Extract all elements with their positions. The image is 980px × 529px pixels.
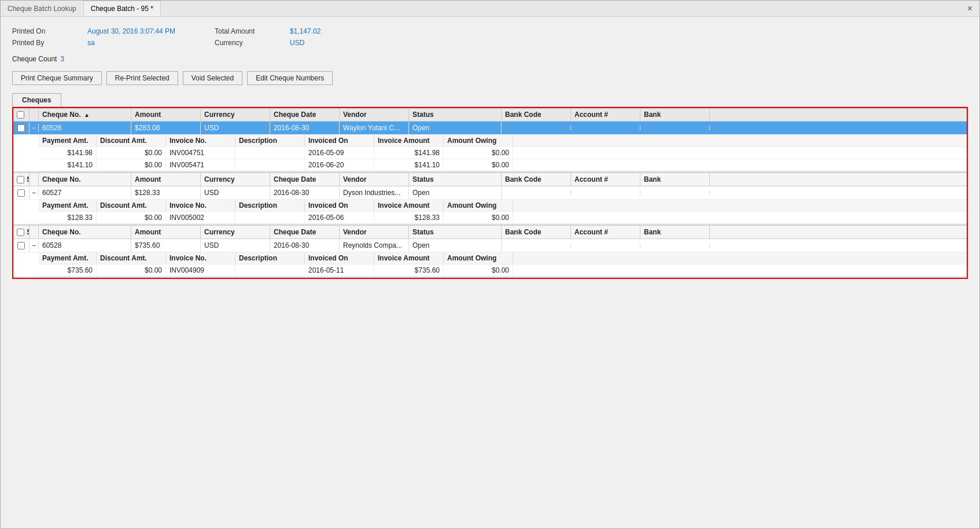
cheque-select-cell bbox=[13, 240, 30, 252]
amount-cell: $283.08 bbox=[131, 122, 201, 134]
cheque-count-row: Cheque Count 3 bbox=[12, 55, 968, 63]
cheque-date-cell: 2016-08-30 bbox=[270, 186, 340, 199]
header-cheque-no: Cheque No. ▲ bbox=[39, 108, 131, 121]
detail-data-cell: $0.00 bbox=[444, 147, 513, 159]
cheque-row: −60526$283.08USD2016-08-30Waylon Yutani … bbox=[13, 122, 967, 172]
currency-cell: USD bbox=[201, 239, 270, 252]
sub-header-cell: Bank Code bbox=[502, 173, 571, 186]
detail-header-row: Payment Amt.Discount Amt.Invoice No.Desc… bbox=[39, 200, 967, 212]
sub-header-cell: Bank bbox=[640, 173, 710, 186]
detail-data-cell: $141.98 bbox=[39, 147, 97, 159]
sub-header-cell: Select bbox=[13, 173, 30, 186]
print-cheque-summary-button[interactable]: Print Cheque Summary bbox=[12, 71, 102, 85]
cheque-count-value: 3 bbox=[60, 55, 64, 63]
detail-header-cell: Invoice No. bbox=[166, 252, 235, 264]
detail-area: Payment Amt.Discount Amt.Invoice No.Desc… bbox=[13, 200, 967, 225]
sub-header-cell: Amount bbox=[131, 173, 201, 186]
sub-header-cell: Bank bbox=[640, 226, 710, 238]
detail-data-cell: 2016-05-09 bbox=[305, 147, 374, 159]
sub-select-checkbox[interactable] bbox=[17, 176, 24, 183]
tab-cheque-batch-95[interactable]: Cheque Batch - 95 * bbox=[84, 1, 161, 16]
sub-header-cell: Cheque Date bbox=[270, 173, 340, 186]
sub-header-cell: Cheque Date bbox=[270, 226, 340, 238]
minus-icon: − bbox=[32, 124, 36, 132]
cheque-date-cell: 2016-08-30 bbox=[270, 239, 340, 252]
detail-data-cell: $141.98 bbox=[374, 147, 444, 159]
detail-data-row: $735.60$0.00INV0049092016-05-11$735.60$0… bbox=[39, 264, 967, 277]
cheque-main-row[interactable]: −60528$735.60USD2016-08-30Reynolds Compa… bbox=[13, 239, 967, 252]
cheque-row: −60527$128.33USD2016-08-30Dyson Industri… bbox=[13, 186, 967, 225]
toolbar: Print Cheque Summary Re-Print Selected V… bbox=[12, 71, 968, 85]
detail-header-cell: Payment Amt. bbox=[39, 135, 97, 146]
total-amount-value: $1,147.02 bbox=[290, 27, 377, 35]
main-window: Cheque Batch Lookup Cheque Batch - 95 * … bbox=[0, 0, 980, 529]
sub-header-cell: Cheque No. bbox=[39, 173, 131, 186]
status-cell: Open bbox=[409, 239, 502, 252]
bank-cell bbox=[640, 243, 710, 248]
tab-bar: Cheques bbox=[12, 93, 968, 107]
printed-by-value: sa bbox=[87, 39, 215, 47]
amount-cell: $735.60 bbox=[131, 239, 201, 252]
detail-header-row: Payment Amt.Discount Amt.Invoice No.Desc… bbox=[39, 135, 967, 147]
detail-area: Payment Amt.Discount Amt.Invoice No.Desc… bbox=[13, 252, 967, 277]
edit-cheque-numbers-button[interactable]: Edit Cheque Numbers bbox=[247, 71, 333, 85]
sub-header-cell: Amount bbox=[131, 226, 201, 238]
void-selected-button[interactable]: Void Selected bbox=[183, 71, 242, 85]
sub-header-cell: Cheque No. bbox=[39, 226, 131, 238]
sub-header-cell: Vendor bbox=[340, 226, 409, 238]
sub-select-checkbox[interactable] bbox=[17, 229, 24, 236]
title-bar: Cheque Batch Lookup Cheque Batch - 95 * … bbox=[1, 1, 979, 17]
sub-header-cell bbox=[30, 173, 39, 186]
detail-data-cell bbox=[235, 264, 305, 276]
status-cell: Open bbox=[409, 122, 502, 134]
account-num-cell bbox=[571, 243, 640, 248]
re-print-selected-button[interactable]: Re-Print Selected bbox=[106, 71, 178, 85]
account-num-cell bbox=[571, 126, 640, 130]
detail-data-cell: $735.60 bbox=[39, 264, 97, 276]
cheque-main-row[interactable]: −60526$283.08USD2016-08-30Waylon Yutani … bbox=[13, 122, 967, 135]
bank-code-cell bbox=[502, 190, 571, 195]
detail-header-cell: Description bbox=[235, 200, 305, 211]
detail-data-cell bbox=[235, 212, 305, 223]
header-cheque-date: Cheque Date bbox=[270, 108, 340, 121]
sub-header-cell: Vendor bbox=[340, 173, 409, 186]
tab-cheque-batch-lookup[interactable]: Cheque Batch Lookup bbox=[1, 1, 84, 16]
select-all-checkbox[interactable] bbox=[17, 111, 24, 119]
detail-header-cell: Discount Amt. bbox=[97, 200, 166, 211]
detail-header-cell: Description bbox=[235, 135, 305, 146]
detail-header-cell: Invoice Amount bbox=[374, 135, 444, 146]
detail-data-row: $141.10$0.00INV0054712016-06-20$141.10$0… bbox=[39, 159, 967, 171]
cheque-main-row[interactable]: −60527$128.33USD2016-08-30Dyson Industri… bbox=[13, 186, 967, 200]
sub-header-cell: Status bbox=[409, 226, 502, 238]
detail-header-cell: Invoiced On bbox=[305, 135, 374, 146]
detail-header-row: Payment Amt.Discount Amt.Invoice No.Desc… bbox=[39, 252, 967, 264]
detail-header-cell: Payment Amt. bbox=[39, 200, 97, 211]
detail-header-cell: Discount Amt. bbox=[97, 252, 166, 264]
expand-collapse-cell[interactable]: − bbox=[30, 124, 39, 132]
detail-data-cell: $0.00 bbox=[444, 159, 513, 171]
cheque-checkbox[interactable] bbox=[17, 189, 25, 197]
content-area: Printed On August 30, 2016 3:07:44 PM To… bbox=[1, 17, 979, 289]
expand-collapse-cell[interactable]: − bbox=[30, 241, 39, 249]
expand-collapse-cell[interactable]: − bbox=[30, 189, 39, 197]
bank-code-cell bbox=[502, 243, 571, 248]
sub-header-cell: Bank Code bbox=[502, 226, 571, 238]
cheque-select-cell bbox=[13, 187, 30, 199]
detail-data-cell: INV005471 bbox=[166, 159, 235, 171]
close-button[interactable]: × bbox=[960, 1, 979, 16]
minus-icon: − bbox=[32, 241, 36, 249]
detail-data-cell bbox=[235, 159, 305, 171]
detail-header-cell: Invoice Amount bbox=[374, 200, 444, 211]
printed-by-label: Printed By bbox=[12, 39, 87, 47]
detail-header-cell: Invoiced On bbox=[305, 252, 374, 264]
cheque-checkbox[interactable] bbox=[17, 242, 25, 249]
detail-data-cell: 2016-05-11 bbox=[305, 264, 374, 276]
detail-data-cell: $0.00 bbox=[97, 212, 166, 223]
currency-cell: USD bbox=[201, 186, 270, 199]
cheque-checkbox[interactable] bbox=[17, 124, 25, 132]
detail-data-cell: $0.00 bbox=[444, 264, 513, 276]
detail-area: Payment Amt.Discount Amt.Invoice No.Desc… bbox=[13, 135, 967, 172]
tab-cheques[interactable]: Cheques bbox=[12, 93, 61, 106]
header-bank-code: Bank Code bbox=[502, 108, 571, 121]
detail-header-cell: Discount Amt. bbox=[97, 135, 166, 146]
